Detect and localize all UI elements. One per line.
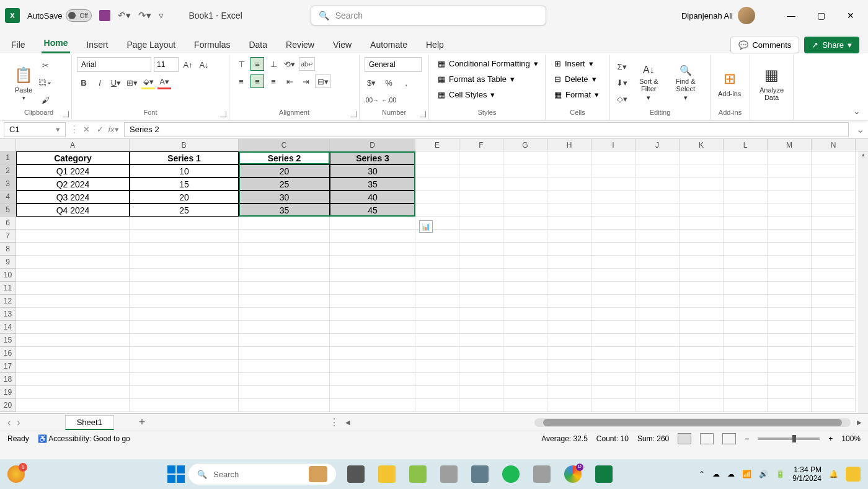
row-header[interactable]: 11 [0, 282, 16, 295]
cell[interactable] [636, 321, 680, 334]
cell[interactable] [130, 334, 239, 347]
font-size-input[interactable] [154, 57, 179, 72]
col-header[interactable]: C [239, 139, 330, 151]
cell[interactable] [459, 177, 503, 191]
cell[interactable] [547, 243, 591, 256]
volume-icon[interactable]: 🔊 [759, 470, 768, 478]
row-header[interactable]: 9 [0, 256, 16, 269]
page-layout-view-icon[interactable] [700, 433, 714, 444]
cell[interactable] [636, 386, 680, 399]
cell[interactable] [812, 308, 856, 321]
align-middle-icon[interactable]: ≡ [250, 57, 264, 71]
cell[interactable] [812, 334, 856, 347]
cell[interactable] [724, 399, 768, 412]
cell[interactable] [459, 243, 503, 256]
cell[interactable] [239, 295, 330, 308]
cell[interactable] [768, 321, 812, 334]
cell[interactable] [459, 321, 503, 334]
close-button[interactable]: ✕ [838, 6, 863, 25]
col-header[interactable]: N [812, 139, 856, 151]
cell[interactable] [130, 217, 239, 230]
cell[interactable] [768, 295, 812, 308]
cell[interactable] [591, 217, 636, 230]
cell[interactable] [768, 256, 812, 269]
cell[interactable] [16, 308, 130, 321]
cell[interactable] [591, 256, 636, 269]
cloud-icon[interactable]: ☁ [727, 470, 735, 478]
cell[interactable] [680, 386, 724, 399]
cell[interactable] [330, 321, 415, 334]
cell[interactable] [239, 373, 330, 386]
cell[interactable] [812, 373, 856, 386]
cell[interactable] [415, 191, 459, 204]
battery-icon[interactable]: 🔋 [776, 470, 785, 478]
cell[interactable]: Category [16, 151, 130, 164]
cell[interactable] [636, 269, 680, 282]
undo-icon[interactable]: ↶▾ [118, 10, 131, 21]
cell[interactable] [330, 399, 415, 412]
cell[interactable] [415, 243, 459, 256]
cell[interactable] [415, 347, 459, 360]
cell[interactable] [239, 243, 330, 256]
cell[interactable] [812, 217, 856, 230]
cell[interactable]: Series 3 [330, 151, 415, 164]
app-icon[interactable] [440, 465, 458, 483]
sheet-options-icon[interactable]: ⋮ [329, 416, 339, 428]
spotify-icon[interactable] [502, 465, 520, 483]
cell[interactable] [768, 399, 812, 412]
cell[interactable] [591, 321, 636, 334]
cell[interactable] [812, 243, 856, 256]
cell[interactable]: 15 [130, 177, 239, 191]
cell[interactable] [591, 151, 636, 164]
cell[interactable] [130, 308, 239, 321]
cell[interactable] [130, 399, 239, 412]
tray-app-icon[interactable] [846, 467, 861, 482]
cell[interactable]: Q2 2024 [16, 177, 130, 191]
cell[interactable] [503, 269, 547, 282]
row-header[interactable]: 15 [0, 334, 16, 347]
cell[interactable] [768, 386, 812, 399]
quick-analysis-button[interactable]: 📊 [419, 220, 433, 233]
cell[interactable] [636, 373, 680, 386]
spreadsheet-grid[interactable]: ABCDEFGHIJKLMN 1CategorySeries 1Series 2… [0, 139, 868, 413]
cell[interactable] [503, 177, 547, 191]
cell[interactable] [812, 321, 856, 334]
autosum-icon[interactable]: Σ▾ [615, 60, 629, 74]
cell[interactable] [16, 217, 130, 230]
tab-help[interactable]: Help [423, 36, 446, 53]
cell[interactable] [812, 191, 856, 204]
cell[interactable] [680, 308, 724, 321]
cell[interactable] [680, 334, 724, 347]
cell[interactable] [239, 308, 330, 321]
cell[interactable] [415, 308, 459, 321]
cell[interactable] [812, 295, 856, 308]
cell[interactable] [724, 334, 768, 347]
page-break-view-icon[interactable] [722, 433, 736, 444]
bold-button[interactable]: B [77, 76, 91, 89]
row-header[interactable]: 8 [0, 243, 16, 256]
cell[interactable] [591, 373, 636, 386]
cell[interactable] [16, 347, 130, 360]
font-color-button[interactable]: A▾ [157, 76, 171, 89]
excel-taskbar-icon[interactable] [595, 465, 613, 483]
cell[interactable] [503, 360, 547, 373]
cell[interactable] [503, 295, 547, 308]
cell[interactable] [636, 177, 680, 191]
vertical-scrollbar[interactable]: ▴ [858, 151, 868, 413]
cell[interactable] [239, 399, 330, 412]
cell[interactable] [591, 360, 636, 373]
cell[interactable] [680, 243, 724, 256]
align-top-icon[interactable]: ⊤ [234, 57, 248, 71]
cell[interactable] [591, 191, 636, 204]
cell[interactable] [724, 347, 768, 360]
wifi-icon[interactable]: 📶 [742, 470, 751, 478]
cell[interactable] [459, 191, 503, 204]
cell[interactable]: Series 1 [130, 151, 239, 164]
col-header[interactable]: J [636, 139, 680, 151]
cell[interactable] [415, 295, 459, 308]
cell[interactable] [636, 230, 680, 243]
insert-cells-button[interactable]: ⊞Insert ▾ [551, 57, 597, 70]
cell[interactable] [768, 191, 812, 204]
start-orb[interactable]: 1 [7, 465, 25, 483]
cell[interactable]: 35 [239, 204, 330, 217]
